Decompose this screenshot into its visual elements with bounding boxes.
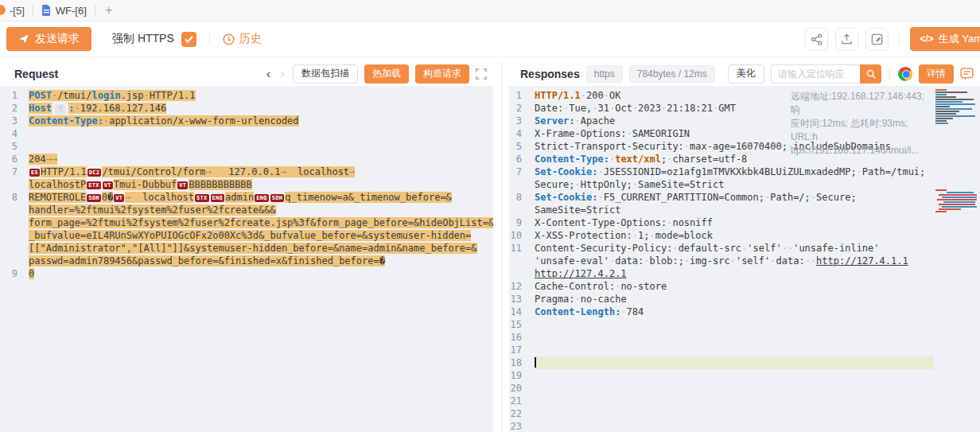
export-button[interactable] xyxy=(835,28,858,51)
line-number: 20 xyxy=(509,382,535,395)
code-line: localhostPETXVTTmui-DubbufVTBBBBBBBBBBB xyxy=(0,178,493,191)
line-number: 15 xyxy=(509,318,535,331)
line-number: 7 xyxy=(0,165,29,178)
line-number: 23 xyxy=(509,420,535,432)
line-number: 21 xyxy=(509,395,535,407)
line-number xyxy=(509,204,535,216)
code-line: 5 xyxy=(0,140,493,153)
divider xyxy=(209,33,210,45)
code-line: 7ESHTTP/1.1DC2/tmui/Control/form→ 127.0.… xyxy=(0,165,493,178)
line-number: 4 xyxy=(509,127,535,140)
tab-wf-6[interactable]: WF-[6] xyxy=(33,0,95,21)
line-number: 4 xyxy=(0,127,29,140)
response-panel: Responses https 784bytes / 12ms 美化 详情 xyxy=(509,61,980,432)
toolbar: 发送请求 强制 HTTPS 历史 xyxy=(0,21,980,57)
code-line: 90 xyxy=(0,267,493,280)
code-line: 20 xyxy=(509,382,980,395)
force-https-checkbox[interactable] xyxy=(181,32,196,47)
paper-plane-icon xyxy=(18,33,29,45)
line-number: 9 xyxy=(509,216,535,229)
code-line: SameSite=Strict xyxy=(509,204,980,216)
history-prev-button[interactable]: ‹ xyxy=(265,67,273,80)
fullscreen-icon[interactable] xyxy=(476,68,487,80)
request-title: Request xyxy=(14,68,58,80)
line-number: 5 xyxy=(509,140,535,153)
tab-label: -[5] xyxy=(10,5,25,17)
panel-resize-handle[interactable] xyxy=(493,61,509,432)
line-number: 22 xyxy=(509,407,535,420)
locate-response-search xyxy=(771,64,881,84)
line-number: 12 xyxy=(509,280,535,293)
beautify-button[interactable]: 美化 xyxy=(728,64,764,84)
code-line: 8Set-Cookie:·F5_CURRENT_PARTITION=Common… xyxy=(509,191,980,204)
response-editor[interactable]: 远端地址:192.168.127.146:443; 响 应时间:12ms; 总耗… xyxy=(509,86,980,432)
line-number: 18 xyxy=(509,356,535,369)
request-editor[interactable]: 1POST·/tmui/login.jsp·HTTP/1.12Host?:·19… xyxy=(0,86,493,432)
main-split: Request ‹ › 数据包扫描 热加载 构造请求 1POST·/tmui/l… xyxy=(0,57,980,432)
build-request-button[interactable]: 构造请求 xyxy=(415,64,469,84)
divider xyxy=(889,68,890,80)
code-line: Secure;·HttpOnly;·SameSite=Strict xyxy=(509,178,980,191)
code-line: 3Content-Type:·application/x-www-form-ur… xyxy=(0,115,493,127)
history-button[interactable]: 历史 xyxy=(223,32,262,46)
clock-icon xyxy=(223,33,235,45)
code-line: handler=%2ftmui%2fsystem%2fuser%2fcreate… xyxy=(0,204,493,216)
share-button[interactable] xyxy=(805,28,828,51)
line-number: 1 xyxy=(509,89,535,102)
code-line: 19 xyxy=(509,369,980,382)
line-number xyxy=(0,229,29,242)
search-icon xyxy=(866,69,876,79)
code-line: _bufvalue=eIL4RUnSwXYoPUIOGcOFx2o00Xc%3d… xyxy=(0,229,493,242)
code-line: 12Cache-Control:·no-store xyxy=(509,280,980,293)
code-line: 21 xyxy=(509,395,980,407)
code-line: 4X-Frame-Options:·SAMEORIGIN xyxy=(509,127,980,140)
hot-reload-button[interactable]: 热加载 xyxy=(364,64,409,84)
code-line: 6Content-Type:·text/xml;·charset=utf-8 xyxy=(509,153,980,165)
line-number: 6 xyxy=(0,153,29,165)
feedback-icon[interactable] xyxy=(960,68,974,80)
responses-title: Responses xyxy=(520,68,580,80)
detail-button[interactable]: 详情 xyxy=(919,64,954,84)
send-request-button[interactable]: 发送请求 xyxy=(6,27,91,51)
code-line: 5Strict-Transport-Security:·max-age=1607… xyxy=(509,140,980,153)
editor-minimap[interactable] xyxy=(935,86,978,309)
search-button[interactable] xyxy=(860,64,881,84)
code-line: [["Administrator","[All]"]]&systemuser-h… xyxy=(0,242,493,255)
code-line: 16 xyxy=(509,331,980,344)
history-next-button[interactable]: › xyxy=(278,67,286,80)
code-line: 2Host?:·192.168.127.146 xyxy=(0,102,493,115)
code-line: 13Pragma:·no-cache xyxy=(509,293,980,306)
packet-scan-button[interactable]: 数据包扫描 xyxy=(293,64,358,84)
add-tab-button[interactable]: + xyxy=(95,2,122,18)
open-in-chrome-button[interactable] xyxy=(898,67,912,81)
share-icon xyxy=(811,33,822,45)
text-cursor xyxy=(535,357,536,368)
line-number: 10 xyxy=(509,229,535,242)
edit-button[interactable] xyxy=(865,28,889,51)
edit-icon xyxy=(871,33,883,45)
force-https-label: 强制 HTTPS xyxy=(112,32,174,46)
code-line: 9X-Content-Type-Options:·nosniff xyxy=(509,216,980,229)
size-duration-badge: 784bytes / 12ms xyxy=(629,65,715,83)
line-number: 16 xyxy=(509,331,535,344)
code-line: 1HTTP/1.1·200·OK xyxy=(509,89,980,102)
request-panel-header: Request ‹ › 数据包扫描 热加载 构造请求 xyxy=(0,61,493,86)
line-number: 8 xyxy=(509,191,535,204)
code-line: 2Date:·Tue,·31·Oct·2023·21:18:21·GMT xyxy=(509,102,980,115)
line-number: 6 xyxy=(509,153,535,165)
generate-yaml-button[interactable]: </> 生成 Yaml xyxy=(910,27,980,51)
search-input[interactable] xyxy=(771,64,860,84)
line-number xyxy=(0,242,29,255)
code-line: 'unsafe-eval'·data:·blob:;·img-src·'self… xyxy=(509,255,980,267)
divider xyxy=(899,33,900,45)
line-number: 14 xyxy=(509,306,535,318)
code-line: 11Content-Security-Policy:·default-src·'… xyxy=(509,242,980,255)
line-number xyxy=(509,255,535,267)
code-line: http://127.4.2.1 xyxy=(509,267,980,280)
line-number xyxy=(0,216,29,229)
code-line: 18 xyxy=(509,356,980,369)
check-icon xyxy=(185,36,193,43)
code-line: 22 xyxy=(509,407,980,420)
line-number: 13 xyxy=(509,293,535,306)
line-number xyxy=(0,178,29,191)
